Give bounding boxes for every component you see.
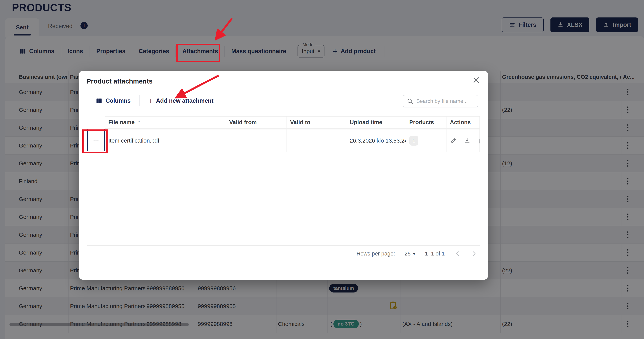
toolbar-divider <box>140 95 140 106</box>
pagination-range: 1–1 of 1 <box>425 250 445 257</box>
cell-actions <box>446 128 480 152</box>
column-header-file-name[interactable]: File name↑ <box>105 116 226 128</box>
cell-products: 1 <box>406 128 446 152</box>
column-header-products[interactable]: Products <box>406 116 446 128</box>
plus-icon: + <box>148 97 153 104</box>
products-count-badge: 1 <box>409 136 418 146</box>
column-header-valid-from[interactable]: Valid from <box>226 116 287 128</box>
column-header-actions: Actions <box>446 116 480 128</box>
delete-icon[interactable] <box>477 137 480 144</box>
attachment-row: +Item certification.pdf26.3.2026 klo 13.… <box>87 128 480 152</box>
add-new-attachment-button[interactable]: + Add new attachment <box>148 97 214 104</box>
expand-cell: + <box>87 128 105 152</box>
expand-column-header <box>87 116 105 128</box>
expand-row-button[interactable]: + <box>87 129 105 151</box>
add-new-attachment-label: Add new attachment <box>156 97 214 104</box>
download-icon[interactable] <box>464 137 471 144</box>
modal-columns-button[interactable]: Columns <box>96 97 131 104</box>
columns-icon <box>96 97 102 104</box>
previous-page-button[interactable] <box>454 250 461 257</box>
search-input[interactable] <box>416 98 474 104</box>
rows-per-page-label: Rows per page: <box>356 250 395 257</box>
modal-toolbar: Columns + Add new attachment <box>96 94 214 107</box>
modal-footer-divider <box>87 245 480 246</box>
edit-icon[interactable] <box>450 137 457 144</box>
product-attachments-modal: Product attachments Columns + Add new at… <box>79 70 488 280</box>
attachment-search <box>403 95 478 108</box>
cell-valid-from <box>226 128 287 152</box>
attachments-table-body: +Item certification.pdf26.3.2026 klo 13.… <box>87 128 480 152</box>
modal-pagination: Rows per page: 25 ▾ 1–1 of 1 <box>356 250 478 257</box>
next-page-button[interactable] <box>470 250 478 257</box>
attachments-table: File name↑ Valid from Valid to Upload ti… <box>87 116 480 152</box>
modal-title: Product attachments <box>86 78 152 85</box>
attachments-table-header: File name↑ Valid from Valid to Upload ti… <box>87 116 480 128</box>
close-icon[interactable] <box>472 76 481 85</box>
rows-per-page-value: 25 <box>404 250 410 257</box>
sort-ascending-icon: ↑ <box>138 119 140 126</box>
column-header-upload-time[interactable]: Upload time <box>346 116 406 128</box>
modal-columns-label: Columns <box>106 97 131 104</box>
cell-file-name: Item certification.pdf <box>105 128 226 152</box>
rows-per-page-select[interactable]: 25 ▾ <box>404 250 415 257</box>
chevron-down-icon: ▾ <box>413 251 415 256</box>
search-icon <box>407 98 413 104</box>
products-page: PRODUCTS Sent Received i Filters XLSX <box>0 0 644 339</box>
cell-upload-time: 26.3.2026 klo 13.53.24 <box>346 128 406 152</box>
cell-valid-to <box>287 128 346 152</box>
column-header-valid-to[interactable]: Valid to <box>287 116 346 128</box>
